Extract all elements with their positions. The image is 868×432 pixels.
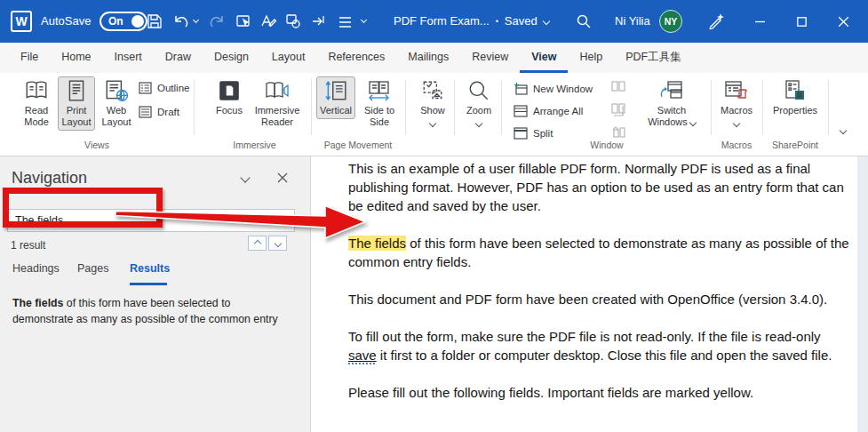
side-to-side-button[interactable]: Side to Side [358, 79, 401, 128]
word-logo-icon[interactable]: W [11, 11, 32, 32]
paragraph-return-icon[interactable] [307, 11, 329, 32]
redo-button[interactable] [206, 11, 227, 32]
search-highlight: The fields [348, 236, 406, 251]
user-name[interactable]: Ni Yilia [615, 14, 650, 28]
minimize-button[interactable] [745, 0, 775, 43]
group-separator [311, 80, 312, 135]
document-title-text: PDF Form Exam... [394, 14, 490, 28]
autosave-toggle[interactable]: On [100, 12, 147, 31]
undo-button[interactable] [171, 11, 192, 32]
document-canvas[interactable]: This is an example of a user fillable PD… [311, 156, 857, 432]
previous-result-button[interactable] [248, 236, 267, 251]
quick-access-more-icon[interactable] [361, 17, 367, 23]
tab-help[interactable]: Help [568, 43, 614, 73]
autosave-toggle-state: On [108, 15, 123, 28]
split-button[interactable]: Split [514, 126, 553, 140]
tab-insert[interactable]: Insert [103, 43, 154, 73]
search-dropdown-icon[interactable] [277, 217, 284, 224]
nav-tab-results[interactable]: Results [130, 262, 170, 275]
close-button[interactable] [828, 0, 858, 43]
title-bar: W AutoSave On [0, 0, 868, 43]
synchronous-scrolling-icon [611, 102, 626, 116]
switch-windows-button[interactable]: Switch Windows [643, 79, 700, 128]
tab-pdf-tools[interactable]: PDF工具集 [614, 43, 693, 73]
macros-label: Macros [721, 105, 753, 116]
tab-references[interactable]: References [316, 43, 396, 73]
page-movement-group-label: Page Movement [311, 140, 405, 150]
outline-label: Outline [157, 83, 189, 93]
tab-layout[interactable]: Layout [260, 43, 317, 73]
reset-window-position-button[interactable] [611, 124, 626, 139]
zoom-dropdown-button[interactable]: Zoom [460, 79, 498, 126]
saved-dropdown-icon[interactable] [542, 17, 549, 24]
navigation-pane-title: Navigation [12, 169, 87, 188]
focus-button[interactable]: Focus [211, 79, 247, 116]
title-separator: • [496, 17, 498, 26]
web-layout-button[interactable]: Web Layout [97, 79, 136, 128]
nav-tab-pages[interactable]: Pages [77, 262, 108, 275]
maximize-button[interactable] [786, 0, 816, 43]
user-avatar[interactable]: NY [659, 10, 682, 33]
focus-icon [218, 79, 241, 102]
print-layout-button[interactable]: Print Layout [58, 76, 95, 131]
paragraph: Please fill out the following fields. Im… [348, 383, 857, 402]
tab-view[interactable]: View [520, 43, 568, 73]
immersive-reader-icon [265, 79, 290, 102]
immersive-reader-label: Immersive Reader [250, 105, 305, 128]
tab-design[interactable]: Design [203, 43, 260, 73]
new-window-button[interactable]: New Window [514, 82, 593, 95]
new-window-icon [514, 82, 528, 95]
show-label: Show [420, 105, 445, 116]
arrange-all-icon [514, 104, 528, 117]
group-separator [501, 80, 502, 135]
editor-pen-icon[interactable] [258, 11, 279, 32]
synchronous-scrolling-button[interactable] [611, 102, 626, 116]
save-icon[interactable] [144, 11, 165, 32]
next-result-button[interactable] [268, 236, 287, 251]
immersive-reader-button[interactable]: Immersive Reader [250, 79, 305, 128]
line-spacing-icon[interactable] [334, 12, 355, 33]
autosave-label: AutoSave [41, 14, 91, 28]
view-side-by-side-button[interactable] [611, 80, 626, 94]
macros-icon [724, 79, 749, 102]
close-pane-icon[interactable] [277, 172, 288, 183]
split-icon [514, 126, 528, 140]
touch-mode-icon[interactable] [233, 11, 254, 32]
collapse-ribbon-icon[interactable] [840, 127, 847, 134]
draft-button[interactable]: Draft [139, 106, 179, 118]
tab-file[interactable]: File [9, 43, 50, 73]
vertical-icon [324, 79, 347, 102]
word-logo-letter: W [15, 14, 27, 28]
vertical-button[interactable]: Vertical [316, 76, 355, 119]
tab-draw[interactable]: Draw [154, 43, 203, 73]
pane-options-icon[interactable] [240, 172, 250, 182]
tab-home[interactable]: Home [50, 43, 102, 73]
document-title[interactable]: PDF Form Exam... • Saved [394, 14, 549, 28]
arrange-all-button[interactable]: Arrange All [514, 104, 583, 117]
reset-window-position-icon [611, 124, 626, 139]
tab-mailings[interactable]: Mailings [396, 43, 460, 73]
results-tab-underline [130, 283, 167, 285]
ink-pen-icon[interactable] [705, 11, 727, 32]
nav-tab-headings[interactable]: Headings [12, 262, 60, 275]
vertical-label: Vertical [320, 105, 352, 116]
arrange-all-label: Arrange All [533, 106, 583, 116]
group-separator [762, 80, 763, 135]
paragraph: This document and PDF form have been cre… [348, 290, 857, 308]
show-dropdown-button[interactable]: Show [414, 79, 451, 126]
search-icon[interactable] [573, 11, 594, 32]
search-result-item[interactable]: The fields of this form have been select… [12, 296, 281, 327]
macros-button[interactable]: Macros [716, 79, 757, 126]
undo-dropdown-icon[interactable] [193, 17, 199, 23]
properties-label: Properties [773, 105, 817, 116]
properties-button[interactable]: S Properties [769, 79, 821, 116]
group-separator [405, 80, 406, 135]
vertical-scrollbar[interactable] [857, 156, 868, 432]
chevron-down-icon [274, 239, 281, 246]
tab-review[interactable]: Review [460, 43, 520, 73]
read-mode-button[interactable]: Read Mode [16, 79, 57, 128]
select-objects-icon[interactable] [283, 11, 304, 32]
outline-button[interactable]: Outline [139, 82, 189, 94]
grammar-flagged-word: save [348, 348, 377, 363]
show-icon [421, 79, 444, 102]
